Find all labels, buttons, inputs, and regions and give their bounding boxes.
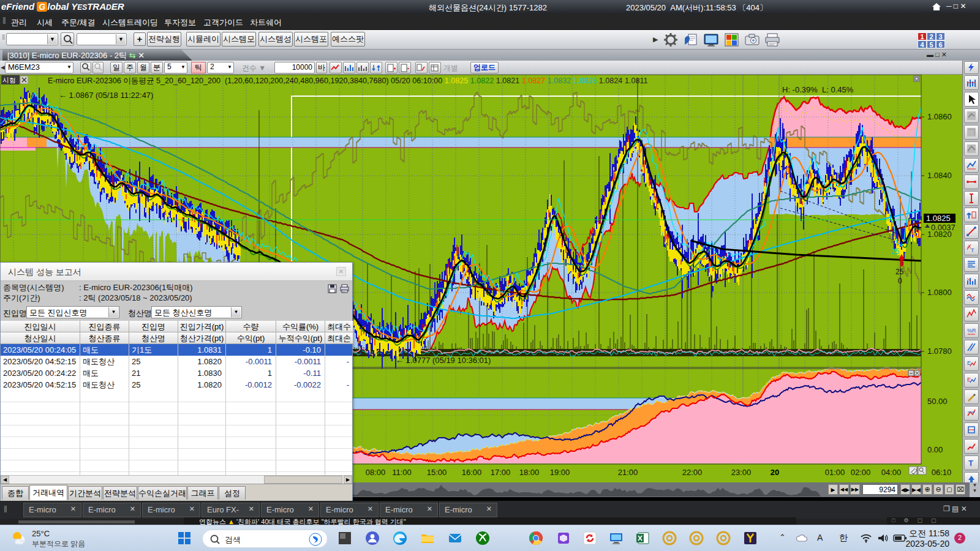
svg-text:T: T: [971, 247, 974, 253]
svg-text:50.00: 50.00: [927, 397, 948, 406]
svg-text:01:00: 01:00: [825, 468, 845, 477]
svg-text:17:00: 17:00: [491, 468, 511, 477]
svg-text:%R: %R: [967, 328, 976, 334]
svg-text:22:00: 22:00: [682, 468, 703, 477]
svg-text:1.0840: 1.0840: [927, 171, 952, 180]
svg-text:04:00: 04:00: [881, 468, 902, 477]
svg-text:0: 0: [898, 277, 902, 285]
svg-text:← 1.0867 (05/18 11:22:47): ← 1.0867 (05/18 11:22:47): [59, 91, 153, 100]
svg-text:11:00: 11:00: [392, 468, 412, 477]
svg-text:1.0860: 1.0860: [927, 112, 952, 121]
svg-text:E-micro EUR-202306 이동평균 5_20_6: E-micro EUR-202306 이동평균 5_20_60_120_200 …: [48, 77, 647, 85]
svg-text:T: T: [968, 459, 973, 468]
svg-text:← 1.0777 (05/19 10:36:01): ← 1.0777 (05/19 10:36:01): [396, 356, 491, 365]
svg-text:18:00: 18:00: [519, 468, 540, 477]
svg-text:21:00: 21:00: [618, 468, 638, 477]
svg-text:02:00: 02:00: [851, 468, 871, 477]
svg-text:H: -0.39% L: 0.45%: H: -0.39% L: 0.45%: [782, 85, 854, 94]
svg-text:08:00: 08:00: [366, 468, 386, 477]
svg-text:25: 25: [895, 268, 904, 276]
svg-text:1.0825: 1.0825: [926, 214, 951, 223]
svg-text:1.0800: 1.0800: [927, 288, 952, 297]
svg-text:19:00: 19:00: [550, 468, 570, 477]
svg-text:시험: 시험: [2, 77, 16, 84]
svg-text:0.0037: 0.0037: [931, 223, 956, 232]
svg-text:1.0780: 1.0780: [927, 347, 952, 356]
svg-text:20: 20: [771, 468, 779, 477]
svg-text:06:10: 06:10: [932, 468, 952, 477]
svg-text:15:00: 15:00: [427, 468, 447, 477]
svg-text:0.00: 0.00: [927, 445, 943, 454]
svg-text:23:00: 23:00: [731, 468, 752, 477]
svg-text:25: 25: [891, 247, 900, 256]
svg-text:16:00: 16:00: [462, 468, 482, 477]
